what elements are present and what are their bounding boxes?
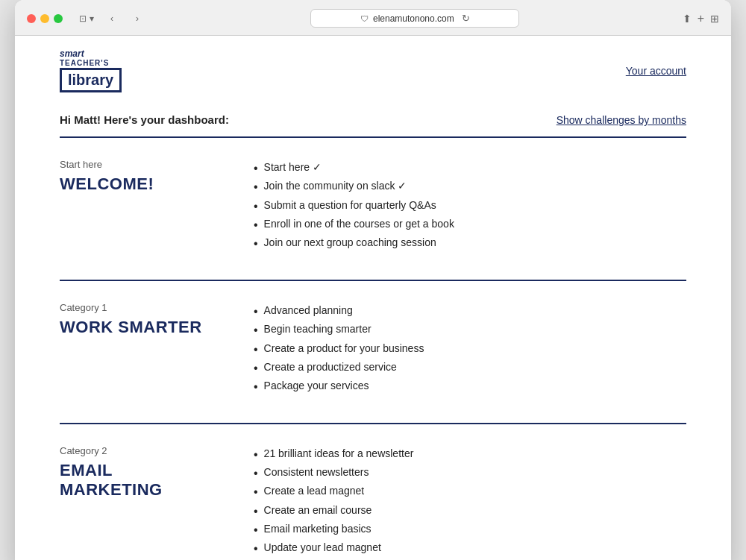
- list-welcome: Start here ✓Join the community on slack …: [254, 159, 686, 253]
- your-account-link[interactable]: Your account: [626, 65, 686, 77]
- list-item[interactable]: Update your lead magnet: [254, 539, 686, 558]
- list-item[interactable]: Create a productized service: [254, 359, 686, 377]
- list-item[interactable]: Consistent newsletters: [254, 464, 686, 482]
- section-list-work-smarter: Advanced planningBegin teaching smarterC…: [254, 302, 686, 396]
- list-item[interactable]: Advanced planning: [254, 302, 686, 321]
- grid-view-icon[interactable]: ⊞: [710, 13, 719, 25]
- shield-icon: 🛡: [360, 14, 369, 23]
- maximize-button[interactable]: [54, 14, 63, 23]
- section-work-smarter: Category 1WORK SMARTERAdvanced planningB…: [15, 281, 731, 411]
- section-category-work-smarter: Category 1: [60, 302, 209, 313]
- list-item[interactable]: Join the community on slack ✓: [254, 177, 686, 196]
- list-item[interactable]: Create a product for your business: [254, 340, 686, 359]
- section-category-welcome: Start here: [60, 159, 209, 170]
- list-item[interactable]: Create an email course: [254, 502, 686, 520]
- list-item[interactable]: Email marketing basics: [254, 520, 686, 539]
- list-email-marketing: 21 brilliant ideas for a newsletterConsi…: [254, 445, 686, 558]
- section-list-welcome: Start here ✓Join the community on slack …: [254, 159, 686, 253]
- list-item[interactable]: 21 brilliant ideas for a newsletter: [254, 445, 686, 464]
- browser-controls: ⊡ ▾ ‹ ›: [76, 10, 148, 27]
- section-left-work-smarter: Category 1WORK SMARTER: [60, 302, 209, 396]
- url-text: elenamutonono.com: [373, 13, 454, 24]
- minimize-button[interactable]: [40, 14, 49, 23]
- logo-smart: smart: [60, 49, 122, 59]
- browser-chrome: ⊡ ▾ ‹ › 🛡 elenamutonono.com ↻ ⬆ + ⊞: [15, 0, 731, 36]
- list-item[interactable]: Enroll in one of the courses or get a bo…: [254, 215, 686, 234]
- section-list-email-marketing: 21 brilliant ideas for a newsletterConsi…: [254, 445, 686, 558]
- logo-teachers: teacher's: [60, 59, 122, 67]
- show-challenges-link[interactable]: Show challenges by months: [557, 114, 686, 126]
- list-item[interactable]: Start here ✓: [254, 159, 686, 177]
- share-icon[interactable]: ⬆: [683, 13, 692, 25]
- section-title-welcome: WELCOME!: [60, 174, 209, 194]
- sidebar-toggle-button[interactable]: ⊡ ▾: [76, 10, 97, 27]
- address-bar[interactable]: 🛡 elenamutonono.com ↻: [310, 9, 519, 28]
- back-button[interactable]: ‹: [101, 10, 122, 27]
- section-title-work-smarter: WORK SMARTER: [60, 318, 209, 337]
- forward-button[interactable]: ›: [127, 10, 148, 27]
- logo[interactable]: smart teacher's library: [60, 49, 122, 92]
- list-item[interactable]: Package your services: [254, 377, 686, 396]
- refresh-icon[interactable]: ↻: [462, 13, 470, 24]
- section-left-welcome: Start hereWELCOME!: [60, 159, 209, 253]
- traffic-lights: [27, 14, 63, 23]
- list-item[interactable]: Submit a question for quarterly Q&As: [254, 197, 686, 215]
- section-left-email-marketing: Category 2EMAIL MARKETING: [60, 445, 209, 558]
- section-title-email-marketing: EMAIL MARKETING: [60, 461, 209, 500]
- site-header: smart teacher's library Your account: [15, 36, 731, 106]
- browser-actions: ⬆ + ⊞: [683, 12, 719, 25]
- new-tab-icon[interactable]: +: [698, 12, 704, 25]
- browser-window: ⊡ ▾ ‹ › 🛡 elenamutonono.com ↻ ⬆ + ⊞ smar…: [15, 0, 731, 560]
- list-item[interactable]: Join our next group coaching session: [254, 234, 686, 253]
- logo-library: library: [68, 72, 113, 88]
- dashboard-greeting: Hi Matt! Here's your dashboard:: [60, 113, 229, 126]
- close-button[interactable]: [27, 14, 36, 23]
- section-welcome: Start hereWELCOME!Start here ✓Join the c…: [15, 138, 731, 268]
- section-email-marketing: Category 2EMAIL MARKETING21 brilliant id…: [15, 424, 731, 560]
- list-item[interactable]: Begin teaching smarter: [254, 321, 686, 339]
- sections-container: Start hereWELCOME!Start here ✓Join the c…: [15, 138, 731, 560]
- section-category-email-marketing: Category 2: [60, 445, 209, 456]
- dashboard-header: Hi Matt! Here's your dashboard: Show cha…: [15, 106, 731, 136]
- list-item[interactable]: Create a lead magnet: [254, 482, 686, 501]
- list-work-smarter: Advanced planningBegin teaching smarterC…: [254, 302, 686, 396]
- page-content: smart teacher's library Your account Hi …: [15, 36, 731, 560]
- address-bar-area: 🛡 elenamutonono.com ↻: [155, 9, 675, 28]
